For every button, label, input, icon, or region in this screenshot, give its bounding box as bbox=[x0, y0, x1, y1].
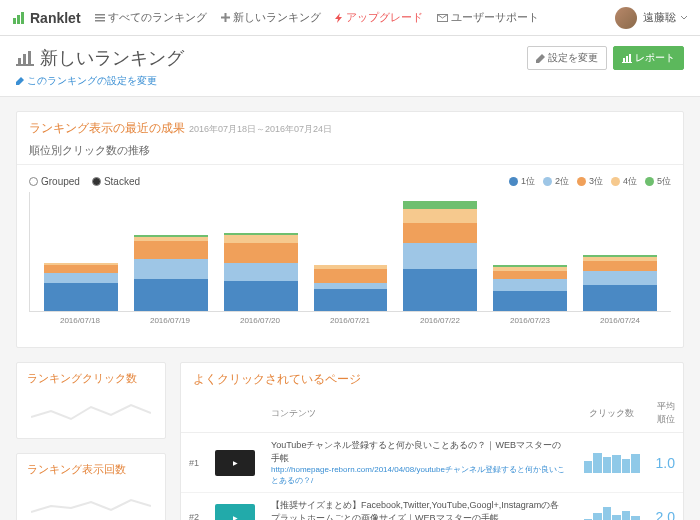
mode-stacked[interactable]: Stacked bbox=[92, 176, 140, 187]
page-header: 新しいランキング 設定を変更 レポート このランキングの設定を変更 bbox=[0, 36, 700, 97]
plus-icon bbox=[221, 13, 230, 22]
legend-item: 3位 bbox=[577, 175, 603, 188]
thumbnail: ▶ bbox=[215, 450, 255, 476]
avatar bbox=[615, 7, 637, 29]
table-row[interactable]: #2▶【推奨サイズまとめ】Facebook,Twitter,YouTube,Go… bbox=[181, 493, 683, 520]
report-button[interactable]: レポート bbox=[613, 46, 684, 70]
bolt-icon bbox=[335, 13, 343, 23]
page-title-cell: YouTubeチャンネル登録すると何か良いことあるの？｜WEBマスターの手帳 bbox=[271, 439, 568, 464]
bar-column bbox=[224, 233, 298, 311]
svg-rect-11 bbox=[28, 51, 31, 64]
svg-rect-13 bbox=[623, 58, 625, 62]
page-url: http://homepage-reborn.com/2014/04/08/yo… bbox=[271, 464, 568, 486]
mail-icon bbox=[437, 14, 448, 22]
sparkline-placeholder bbox=[31, 488, 151, 520]
chart-icon bbox=[12, 11, 26, 25]
svg-rect-9 bbox=[18, 58, 21, 64]
svg-rect-10 bbox=[23, 54, 26, 64]
svg-rect-12 bbox=[16, 64, 34, 66]
legend-item: 2位 bbox=[543, 175, 569, 188]
nav-support[interactable]: ユーザーサポート bbox=[437, 10, 539, 25]
svg-rect-1 bbox=[17, 15, 20, 24]
svg-rect-3 bbox=[95, 14, 105, 16]
bar-column bbox=[493, 265, 567, 311]
chart-title: 順位別クリック数の推移 bbox=[17, 137, 683, 165]
bar-column bbox=[583, 255, 657, 311]
th-avg: 平均順位 bbox=[648, 394, 683, 433]
bar-column bbox=[403, 201, 477, 311]
bars-icon bbox=[16, 50, 34, 66]
x-label: 2016/07/19 bbox=[133, 316, 207, 325]
nav-all-rankings[interactable]: すべてのランキング bbox=[95, 10, 207, 25]
svg-rect-5 bbox=[95, 20, 105, 22]
table-row[interactable]: #1▶YouTubeチャンネル登録すると何か良いことあるの？｜WEBマスターの手… bbox=[181, 433, 683, 493]
page-title-cell: 【推奨サイズまとめ】Facebook,Twitter,YouTube,Googl… bbox=[271, 499, 568, 520]
x-label: 2016/07/24 bbox=[583, 316, 657, 325]
x-label: 2016/07/18 bbox=[43, 316, 117, 325]
pencil-icon bbox=[16, 77, 24, 85]
section-heading: ランキング表示の最近の成果2016年07月18日～2016年07月24日 bbox=[17, 112, 683, 137]
pages-table: コンテンツ クリック数 平均順位 #1▶YouTubeチャンネル登録すると何か良… bbox=[181, 394, 683, 520]
svg-rect-7 bbox=[221, 17, 230, 19]
clicks-card: ランキングクリック数 bbox=[16, 362, 166, 439]
chevron-down-icon bbox=[680, 15, 688, 21]
avg-rank: 1.0 bbox=[648, 433, 683, 493]
rank-cell: #2 bbox=[181, 493, 207, 520]
edit-ranking-link[interactable]: このランキングの設定を変更 bbox=[16, 74, 684, 88]
bar-column bbox=[314, 265, 388, 311]
spark-clicks bbox=[584, 453, 640, 473]
edit-settings-button[interactable]: 設定を変更 bbox=[527, 46, 607, 70]
x-label: 2016/07/23 bbox=[493, 316, 567, 325]
chart-panel: ランキング表示の最近の成果2016年07月18日～2016年07月24日 順位別… bbox=[16, 111, 684, 348]
list-icon bbox=[95, 13, 105, 23]
sparkline-placeholder bbox=[31, 397, 151, 431]
svg-rect-2 bbox=[21, 12, 24, 24]
chart-legend: 1位2位3位4位5位 bbox=[501, 175, 671, 188]
chart-icon bbox=[622, 54, 632, 63]
rank-cell: #1 bbox=[181, 433, 207, 493]
top-nav: Ranklet すべてのランキング 新しいランキング アップグレード ユーザーサ… bbox=[0, 0, 700, 36]
bar-column bbox=[44, 263, 118, 311]
pages-panel: よくクリックされているページ コンテンツ クリック数 平均順位 #1▶YouTu… bbox=[180, 362, 684, 520]
impressions-card: ランキング表示回数 bbox=[16, 453, 166, 520]
th-content: コンテンツ bbox=[263, 394, 576, 433]
th-clicks: クリック数 bbox=[576, 394, 648, 433]
svg-rect-0 bbox=[13, 18, 16, 24]
svg-rect-16 bbox=[622, 62, 632, 63]
nav-new-ranking[interactable]: 新しいランキング bbox=[221, 10, 321, 25]
x-label: 2016/07/21 bbox=[313, 316, 387, 325]
logo[interactable]: Ranklet bbox=[12, 10, 81, 26]
user-menu[interactable]: 遠藤聡 bbox=[615, 7, 688, 29]
mode-grouped[interactable]: Grouped bbox=[29, 176, 80, 187]
pencil-icon bbox=[536, 54, 545, 63]
svg-rect-14 bbox=[626, 56, 628, 62]
thumbnail: ▶ bbox=[215, 504, 255, 520]
svg-rect-4 bbox=[95, 17, 105, 19]
legend-item: 5位 bbox=[645, 175, 671, 188]
x-label: 2016/07/22 bbox=[403, 316, 477, 325]
avg-rank: 2.0 bbox=[648, 493, 683, 520]
page-title: 新しいランキング bbox=[16, 46, 184, 70]
bar-column bbox=[134, 235, 208, 311]
x-label: 2016/07/20 bbox=[223, 316, 297, 325]
legend-item: 4位 bbox=[611, 175, 637, 188]
stacked-bar-chart: 2016/07/182016/07/192016/07/202016/07/21… bbox=[29, 192, 671, 337]
nav-upgrade[interactable]: アップグレード bbox=[335, 10, 423, 25]
legend-item: 1位 bbox=[509, 175, 535, 188]
svg-rect-15 bbox=[629, 54, 631, 62]
spark-clicks bbox=[584, 507, 640, 520]
